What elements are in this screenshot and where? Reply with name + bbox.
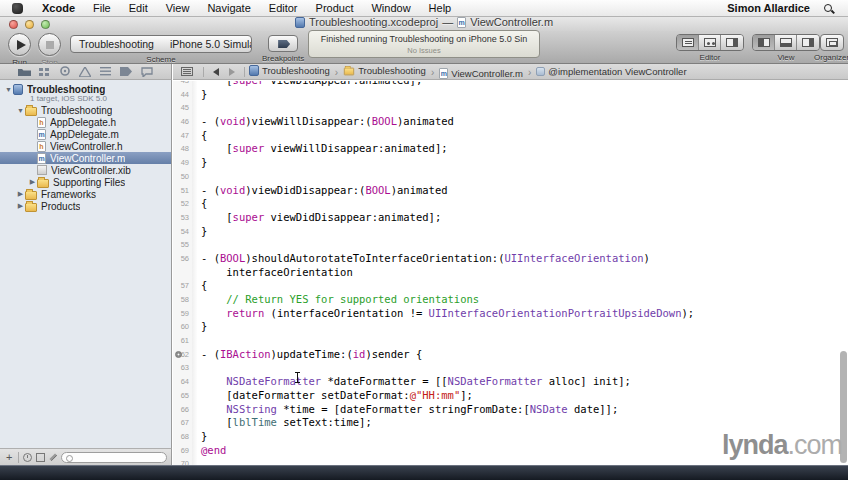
disclosure-triangle[interactable]: ▶ (28, 178, 37, 186)
unsaved-files-filter-icon[interactable] (49, 453, 57, 461)
code-line[interactable]: 64 NSDateFormatter *dateFormatter = [[NS… (173, 375, 848, 389)
scheme-selector[interactable]: Troubleshooting iPhone 5.0 Simulator (70, 35, 252, 53)
line-number: 48 (173, 142, 192, 156)
sidebar-item-supporting-files[interactable]: ▶Supporting Files (0, 176, 171, 188)
debug-area-button[interactable] (775, 35, 797, 50)
project-navigator-tab[interactable] (18, 66, 31, 78)
add-button[interactable]: + (4, 452, 14, 462)
line-number: 43 (173, 81, 192, 88)
menu-help[interactable]: Help (420, 0, 461, 17)
user-menu[interactable]: Simon Allardice (727, 2, 824, 14)
code-line[interactable]: 63 (173, 361, 848, 375)
breadcrumb-item[interactable]: @implementation ViewController (536, 66, 686, 77)
recent-files-filter-icon[interactable] (23, 453, 32, 462)
stop-button[interactable] (38, 33, 61, 56)
code-line[interactable]: 54} (173, 225, 848, 239)
breakpoint-navigator-tab[interactable] (120, 66, 133, 78)
sidebar-item-products[interactable]: ▶Products (0, 200, 171, 212)
version-editor-button[interactable] (721, 35, 743, 50)
sidebar-item-troubleshooting[interactable]: ▼Troubleshooting (0, 104, 171, 116)
source-editor[interactable]: 43 [super viewDidAppear:animated];44}454… (173, 81, 848, 465)
menu-file[interactable]: File (84, 0, 120, 17)
code-line[interactable]: 67 [lblTime setText:time]; (173, 416, 848, 430)
code-line[interactable]: 49} (173, 156, 848, 170)
code-line[interactable]: 65 [dateFormatter setDateFormat:@"HH:mm"… (173, 389, 848, 403)
code-text: - (void)viewWillDisappear:(BOOL)animated (197, 115, 454, 129)
code-line[interactable]: 55 (173, 238, 848, 252)
scheme-target[interactable]: Troubleshooting (71, 38, 162, 50)
menu-bar-right: Simon Allardice (727, 2, 848, 14)
navigator-panel-button[interactable] (753, 35, 775, 50)
code-line[interactable]: 59 return (interfaceOrientation != UIInt… (173, 307, 848, 321)
go-forward-button[interactable] (229, 68, 235, 76)
go-back-button[interactable] (213, 68, 219, 76)
code-line[interactable]: 45 (173, 101, 848, 115)
line-number: 45 (173, 101, 192, 115)
view-label: View (752, 53, 820, 62)
code-line[interactable]: 58 // Return YES for supported orientati… (173, 293, 848, 307)
menu-window[interactable]: Window (362, 0, 419, 17)
search-navigator-tab[interactable] (59, 66, 72, 78)
breadcrumb-item[interactable]: Troubleshooting (343, 65, 426, 76)
sidebar-item-viewcontroller-m[interactable]: mViewController.m (0, 152, 171, 164)
code-line[interactable]: 53 [super viewDidDisappear:animated]; (173, 211, 848, 225)
window-title: Troubleshooting.xcodeproj — m ViewContro… (0, 16, 848, 30)
menu-product[interactable]: Product (307, 0, 363, 17)
related-items-icon[interactable] (181, 67, 193, 76)
code-text: interfaceOrientation (197, 266, 353, 280)
code-line[interactable]: 43 [super viewDidAppear:animated]; (173, 81, 848, 88)
menu-navigate[interactable]: Navigate (198, 0, 259, 17)
code-line[interactable]: interfaceOrientation (173, 266, 848, 280)
scm-status-filter-icon[interactable] (36, 453, 45, 462)
menu-xcode[interactable]: Xcode (33, 0, 84, 17)
code-line[interactable]: 56- (BOOL)shouldAutorotateToInterfaceOri… (173, 252, 848, 266)
sidebar-item-label: Supporting Files (53, 177, 125, 188)
code-line[interactable]: 44} (173, 88, 848, 102)
disclosure-triangle[interactable]: ▼ (16, 107, 25, 114)
code-line[interactable]: 50 (173, 170, 848, 184)
scheme-group: Troubleshooting iPhone 5.0 Simulator Sch… (70, 35, 252, 64)
filter-field[interactable] (61, 452, 167, 463)
assistant-editor-button[interactable] (699, 35, 721, 50)
code-text: // Return YES for supported orientations (197, 293, 479, 307)
sidebar-item-frameworks[interactable]: ▶Frameworks (0, 188, 171, 200)
code-line[interactable]: 46- (void)viewWillDisappear:(BOOL)animat… (173, 115, 848, 129)
run-button[interactable] (8, 33, 31, 56)
code-line[interactable]: 51- (void)viewDidDisappear:(BOOL)animate… (173, 184, 848, 198)
code-line[interactable]: 47{ (173, 129, 848, 143)
code-text: [super viewDidAppear:animated]; (197, 81, 422, 88)
sidebar-item-appdelegate-h[interactable]: hAppDelegate.h (0, 116, 171, 128)
menu-edit[interactable]: Edit (120, 0, 157, 17)
sidebar-item-label: AppDelegate.m (50, 129, 119, 140)
code-line[interactable]: 48 [super viewWillDisappear:animated]; (173, 142, 848, 156)
sidebar-item-viewcontroller-h[interactable]: hViewController.h (0, 140, 171, 152)
breakpoints-button[interactable] (268, 35, 298, 52)
code-line[interactable]: 57{ (173, 279, 848, 293)
symbol-navigator-tab[interactable] (38, 66, 51, 78)
spotlight-search-icon[interactable] (824, 4, 832, 12)
scheme-device[interactable]: iPhone 5.0 Simulator (162, 38, 252, 50)
standard-editor-button[interactable] (677, 35, 699, 50)
disclosure-triangle[interactable]: ▶ (16, 190, 25, 198)
organizer-button[interactable] (820, 34, 844, 51)
sidebar-item-viewcontroller-xib[interactable]: ViewController.xib (0, 164, 171, 176)
breadcrumb-item[interactable]: Troubleshooting (249, 65, 330, 76)
disclosure-triangle[interactable]: ▶ (16, 202, 25, 210)
code-line[interactable]: 66 NSString *time = [dateFormatter strin… (173, 403, 848, 417)
line-number: 67 (173, 416, 192, 430)
menu-editor[interactable]: Editor (260, 0, 307, 17)
code-line[interactable]: 52{ (173, 197, 848, 211)
code-line[interactable]: 62- (IBAction)updateTime:(id)sender { (173, 348, 848, 362)
issue-navigator-tab[interactable] (79, 66, 92, 78)
apple-menu-icon[interactable] (12, 3, 23, 14)
debug-navigator-tab[interactable] (99, 66, 112, 78)
disclosure-triangle[interactable]: ▼ (4, 86, 13, 93)
code-line[interactable]: 61 (173, 334, 848, 348)
menu-view[interactable]: View (157, 0, 199, 17)
code-line[interactable]: 60} (173, 320, 848, 334)
window-title-project: Troubleshooting.xcodeproj (309, 16, 438, 28)
ibaction-connection-icon[interactable] (175, 351, 182, 358)
breadcrumb-item[interactable]: mViewController.m (439, 68, 523, 79)
sidebar-item-appdelegate-m[interactable]: mAppDelegate.m (0, 128, 171, 140)
log-navigator-tab[interactable] (140, 66, 153, 78)
